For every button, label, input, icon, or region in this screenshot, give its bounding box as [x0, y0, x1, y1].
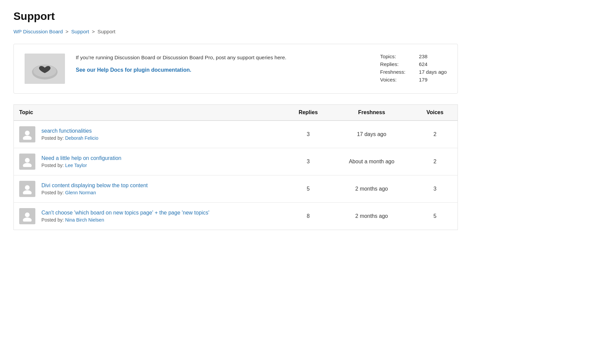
topics-table: Topic Replies Freshness Voices searc [13, 104, 458, 230]
breadcrumb-current: Support [98, 29, 115, 34]
col-header-replies: Replies [285, 105, 331, 121]
svg-point-7 [25, 185, 30, 190]
col-header-voices: Voices [412, 105, 458, 121]
topic-title-1: search functionalities [41, 128, 98, 134]
forum-stats: Topics: 238 Replies: 624 Freshness: 17 d… [380, 54, 447, 82]
topic-link-3[interactable]: Divi content displaying below the top co… [41, 183, 148, 188]
breadcrumb-link-support[interactable]: Support [71, 29, 89, 34]
replies-label: Replies: [380, 61, 405, 67]
topic-replies-3: 5 [285, 175, 331, 203]
topic-author-link-2[interactable]: Lee Taylor [65, 163, 87, 168]
forum-image-inner [25, 54, 65, 84]
table-row: Can't choose 'which board on new topics … [14, 203, 458, 230]
topic-poster-1: Posted by: Deborah Felicio [41, 135, 98, 141]
breadcrumb-separator-2: > [92, 29, 95, 34]
topic-voices-1: 2 [412, 121, 458, 148]
avatar-1 [19, 126, 35, 142]
topic-freshness-4: 2 months ago [331, 203, 412, 230]
breadcrumb-link-wp-discussion-board[interactable]: WP Discussion Board [13, 29, 63, 34]
page-title: Support [13, 10, 458, 23]
svg-point-5 [25, 158, 30, 163]
topic-freshness-3: 2 months ago [331, 175, 412, 203]
help-docs-link[interactable]: See our Help Docs for plugin documentati… [76, 67, 191, 73]
topic-author-link-1[interactable]: Deborah Felicio [65, 135, 98, 141]
topics-value: 238 [419, 54, 447, 59]
topic-title-4: Can't choose 'which board on new topics … [41, 210, 209, 216]
avatar-3 [19, 181, 35, 197]
topic-title-2: Need a little help on configuration [41, 155, 122, 161]
topic-title-3: Divi content displaying below the top co… [41, 183, 148, 189]
topic-info-3: Divi content displaying below the top co… [41, 183, 148, 195]
forum-description: If you're running Discussion Board or Di… [76, 54, 369, 73]
svg-point-10 [23, 218, 32, 222]
user-icon [22, 211, 33, 222]
topic-cell-1: search functionalities Posted by: Debora… [19, 126, 280, 142]
topic-info-2: Need a little help on configuration Post… [41, 155, 122, 168]
svg-point-9 [25, 212, 30, 217]
user-icon [22, 184, 33, 194]
freshness-label: Freshness: [380, 69, 405, 75]
topic-voices-3: 3 [412, 175, 458, 203]
user-icon [22, 156, 33, 167]
forum-image [25, 54, 65, 84]
replies-value: 624 [419, 61, 447, 67]
topic-cell-4: Can't choose 'which board on new topics … [19, 208, 280, 224]
topic-poster-3: Posted by: Glenn Norman [41, 190, 148, 195]
topic-author-link-3[interactable]: Glenn Norman [65, 190, 96, 195]
topic-poster-4: Posted by: Nina Birch Nielsen [41, 217, 209, 223]
voices-value: 179 [419, 77, 447, 82]
freshness-value: 17 days ago [419, 69, 447, 75]
topic-replies-1: 3 [285, 121, 331, 148]
topic-info-4: Can't choose 'which board on new topics … [41, 210, 209, 223]
topic-replies-4: 8 [285, 203, 331, 230]
topic-info-1: search functionalities Posted by: Debora… [41, 128, 98, 141]
forum-desc-text: If you're running Discussion Board or Di… [76, 54, 369, 62]
voices-label: Voices: [380, 77, 405, 82]
topic-cell-3: Divi content displaying below the top co… [19, 181, 280, 197]
svg-point-3 [25, 131, 30, 135]
avatar-4 [19, 208, 35, 224]
topic-author-link-4[interactable]: Nina Birch Nielsen [65, 217, 104, 223]
topic-voices-2: 2 [412, 148, 458, 175]
table-header-row: Topic Replies Freshness Voices [14, 105, 458, 121]
topic-link-4[interactable]: Can't choose 'which board on new topics … [41, 210, 209, 216]
topic-link-1[interactable]: search functionalities [41, 128, 92, 134]
topic-freshness-1: 17 days ago [331, 121, 412, 148]
topics-label: Topics: [380, 54, 405, 59]
topic-cell-2: Need a little help on configuration Post… [19, 154, 280, 170]
topic-voices-4: 5 [412, 203, 458, 230]
col-header-topic: Topic [14, 105, 286, 121]
user-icon [22, 129, 33, 140]
topic-freshness-2: About a month ago [331, 148, 412, 175]
table-row: Need a little help on configuration Post… [14, 148, 458, 175]
topic-link-2[interactable]: Need a little help on configuration [41, 155, 122, 161]
topic-replies-2: 3 [285, 148, 331, 175]
topic-poster-2: Posted by: Lee Taylor [41, 163, 122, 168]
forum-info-box: If you're running Discussion Board or Di… [13, 44, 458, 94]
table-row: search functionalities Posted by: Debora… [14, 121, 458, 148]
table-row: Divi content displaying below the top co… [14, 175, 458, 203]
svg-point-8 [23, 190, 32, 194]
svg-point-6 [23, 163, 32, 167]
breadcrumb-separator-1: > [66, 29, 69, 34]
svg-point-4 [23, 136, 32, 140]
col-header-freshness: Freshness [331, 105, 412, 121]
breadcrumb: WP Discussion Board > Support > Support [13, 29, 458, 34]
avatar-2 [19, 154, 35, 170]
